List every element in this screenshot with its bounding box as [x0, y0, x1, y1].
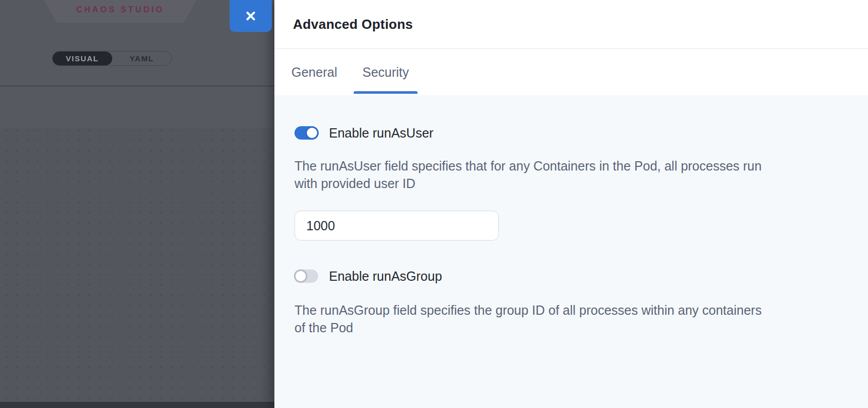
close-button[interactable]	[230, 0, 272, 32]
drawer-header: Advanced Options	[274, 0, 868, 49]
canvas-dot-grid	[0, 128, 274, 402]
run-as-group-row: Enable runAsGroup	[294, 269, 847, 283]
run-as-user-toggle[interactable]	[294, 126, 318, 140]
brand-title: CHAOS STUDIO	[76, 5, 164, 14]
run-as-group-toggle[interactable]	[294, 269, 318, 283]
drawer-tabs: General Security	[274, 49, 868, 95]
drawer-title: Advanced Options	[293, 16, 413, 32]
x-icon	[244, 9, 257, 23]
run-as-user-label: Enable runAsUser	[329, 126, 433, 141]
run-as-user-description: The runAsUser field specifies that for a…	[294, 157, 776, 192]
chaos-studio-canvas: CHAOS STUDIO VISUAL YAML	[0, 0, 274, 408]
toggle-knob	[305, 126, 319, 140]
visual-tab[interactable]: VISUAL	[53, 52, 112, 65]
visual-yaml-toggle[interactable]: VISUAL YAML	[52, 51, 172, 66]
toggle-knob	[294, 269, 307, 283]
tab-general[interactable]: General	[291, 49, 337, 95]
brand-banner: CHAOS STUDIO	[44, 0, 197, 23]
advanced-options-drawer: Advanced Options General Security Enable…	[274, 0, 868, 408]
tab-security[interactable]: Security	[354, 49, 418, 95]
run-as-user-input[interactable]	[294, 211, 499, 241]
run-as-user-field	[294, 211, 847, 241]
run-as-group-description: The runAsGroup field specifies the group…	[294, 301, 776, 336]
run-as-group-label: Enable runAsGroup	[329, 269, 442, 284]
canvas-bottom-bar	[0, 402, 274, 408]
yaml-tab[interactable]: YAML	[112, 52, 172, 65]
canvas-toolbar	[0, 87, 274, 128]
run-as-user-row: Enable runAsUser	[294, 126, 847, 140]
security-tab-panel: Enable runAsUser The runAsUser field spe…	[274, 95, 868, 408]
